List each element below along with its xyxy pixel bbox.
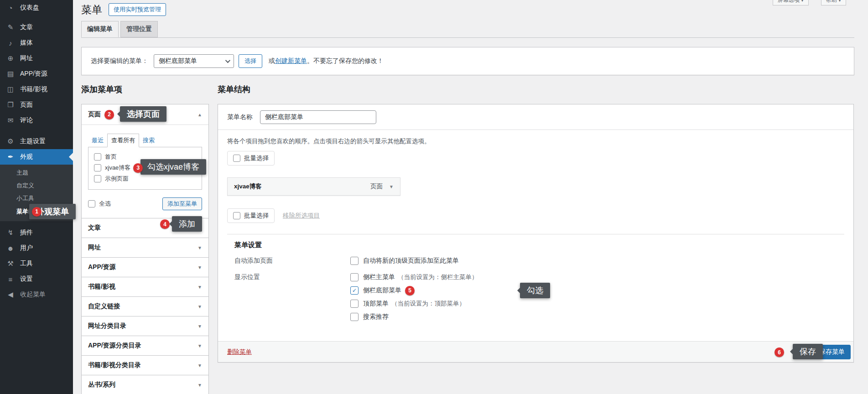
submenu-item-themes[interactable]: 主题	[0, 166, 73, 179]
sidebar-item-label: 主题设置	[20, 137, 46, 145]
checkbox-sidebar-bottom-menu[interactable]: ✓	[350, 286, 359, 295]
accordion-section-book-movie-categories[interactable]: 书籍/影视分类目录 ▼	[82, 355, 208, 375]
accordion-section-app-resource-categories[interactable]: APP/资源分类目录 ▼	[82, 336, 208, 355]
sidebar-item-posts[interactable]: ✎ 文章	[0, 20, 73, 35]
submenu-item-customize[interactable]: 自定义	[0, 179, 73, 192]
sidebar-separator	[0, 16, 73, 20]
screen-options-button[interactable]: 屏幕选项 ▾	[773, 0, 809, 5]
sidebar-item-urls[interactable]: ⊕ 网址	[0, 51, 73, 66]
pages-section-footer: 全选 添加至菜单	[88, 197, 202, 211]
accordion-section-url-categories[interactable]: 网址分类目录 ▼	[82, 316, 208, 336]
media-icon: ♪	[5, 39, 16, 47]
chevron-down-icon: ▼	[198, 363, 202, 368]
delete-menu-link[interactable]: 删除菜单	[227, 348, 252, 356]
auto-add-option: 自动将新的顶级页面添加至此菜单	[350, 256, 459, 266]
page-option-sample-page: 示例页面	[94, 173, 196, 184]
sidebar-item-appearance[interactable]: ✒ 外观	[0, 149, 73, 165]
annotation-badge-3: 3	[133, 163, 143, 173]
menu-name-input[interactable]	[260, 110, 376, 124]
sidebar-item-plugins[interactable]: ↯ 插件	[0, 225, 73, 240]
annotation-badge-4: 4	[160, 219, 170, 229]
checkbox-search-recommend[interactable]	[350, 313, 359, 321]
help-button[interactable]: 帮助 ▾	[821, 0, 846, 5]
tooltip-save: 保存	[793, 344, 823, 359]
collapse-arrow-icon: ◀	[5, 290, 16, 299]
submenu-item-menus[interactable]: 菜单 1 外观菜单	[0, 205, 73, 218]
add-menu-items-heading: 添加菜单项	[81, 84, 209, 98]
accordion-section-app-resources[interactable]: APP/资源 ▼	[82, 257, 208, 277]
remove-selected-link[interactable]: 移除所选项目	[283, 212, 320, 220]
menu-select-dropdown[interactable]: 侧栏底部菜单	[154, 54, 234, 68]
checkbox-home[interactable]	[94, 153, 101, 161]
menu-structure-column: 菜单结构 菜单名称 将各个项目拖到您喜欢的顺序。点击项目右边的箭头可显示其他配置…	[218, 84, 854, 363]
sidebar-item-theme-settings[interactable]: ⚙ 主题设置	[0, 134, 73, 149]
tab-edit-menus[interactable]: 编辑菜单	[81, 21, 119, 37]
tab-search[interactable]: 搜索	[139, 134, 158, 147]
create-new-menu-link[interactable]: 创建新菜单	[275, 57, 307, 64]
sidebar-item-comments[interactable]: ✉ 评论	[0, 113, 73, 128]
pages-quick-tabs: 最近 查看所有 搜索	[88, 134, 202, 147]
sidebar-item-label: 插件	[20, 228, 33, 237]
sidebar-item-books-movies[interactable]: ◫ 书籍/影视	[0, 82, 73, 97]
sidebar-item-pages[interactable]: ❐ 页面	[0, 97, 73, 113]
checkbox-sidebar-main-menu[interactable]	[350, 273, 359, 281]
location-option-sidebar-bottom: ✓ 侧栏底部菜单 5 勾选	[350, 285, 478, 296]
tab-manage-locations[interactable]: 管理位置	[120, 21, 158, 37]
menu-settings-section: 菜单设置 自动添加页面 自动将新的顶级页面添加至此菜单 显示	[227, 234, 844, 331]
select-menu-button[interactable]: 选择	[239, 54, 262, 68]
submenu-item-widgets[interactable]: 小工具	[0, 192, 73, 205]
sidebar-item-label: 网址	[20, 54, 33, 62]
chevron-up-icon: ▲	[198, 112, 202, 117]
checkbox-top-menu[interactable]	[350, 300, 359, 308]
sidebar-item-users[interactable]: ☻ 用户	[0, 240, 73, 256]
menu-select-bar: 选择要编辑的菜单： 侧栏底部菜单 选择 或创建新菜单。不要忘了保存您的修改！	[81, 47, 854, 75]
sidebar-item-tools[interactable]: ⚒ 工具	[0, 256, 73, 271]
page-option-xjvae-blog: xjvae博客 3 勾选xjvae博客	[94, 162, 196, 173]
accordion-section-series[interactable]: 丛书/系列 ▼	[82, 375, 208, 394]
admin-sidebar: ◔ 仪表盘 ✎ 文章 ♪ 媒体 ⊕ 网址 ▤ APP/资源 ◫ 书籍/影视 ❐ …	[0, 0, 73, 394]
sidebar-item-label: 用户	[20, 244, 33, 252]
tab-view-all[interactable]: 查看所有	[107, 134, 139, 147]
sidebar-item-label: 设置	[20, 275, 33, 283]
menu-select-label: 选择要编辑的菜单：	[91, 57, 148, 65]
sidebar-item-settings[interactable]: ≡ 设置	[0, 271, 73, 287]
select-all-row: 全选	[88, 198, 111, 209]
add-to-menu-button[interactable]: 添加至菜单	[162, 197, 202, 210]
accordion-section-urls[interactable]: 网址 ▼	[82, 238, 208, 257]
chevron-down-icon[interactable]: ▼	[389, 184, 394, 189]
sidebar-item-label: 仪表盘	[20, 4, 39, 12]
page-title: 菜单	[81, 3, 102, 17]
sidebar-separator	[0, 128, 73, 134]
checkbox-auto-add-pages[interactable]	[350, 257, 359, 265]
plug-icon: ↯	[5, 228, 16, 237]
checkbox-select-all[interactable]	[88, 200, 95, 207]
bulk-select-checkbox[interactable]	[233, 155, 240, 162]
sidebar-item-label: 页面	[20, 101, 33, 109]
sidebar-item-app-resources[interactable]: ▤ APP/资源	[0, 66, 73, 82]
sidebar-item-label: 文章	[20, 23, 33, 31]
tab-most-recent[interactable]: 最近	[88, 134, 107, 147]
sidebar-item-collapse-menu[interactable]: ◀ 收起菜单	[0, 287, 73, 302]
bulk-select-checkbox[interactable]	[233, 212, 240, 219]
book-icon: ◫	[5, 85, 16, 93]
sidebar-item-dashboard[interactable]: ◔ 仪表盘	[0, 0, 73, 16]
menu-structure-body: 将各个项目拖到您喜欢的顺序。点击项目右边的箭头可显示其他配置选项。 批量选择 x…	[218, 130, 853, 341]
chevron-down-icon: ▼	[198, 285, 202, 290]
accordion-section-pages[interactable]: 页面 2 选择页面 ▲	[82, 104, 208, 124]
sidebar-item-media[interactable]: ♪ 媒体	[0, 35, 73, 51]
accordion-section-books-movies[interactable]: 书籍/影视 ▼	[82, 277, 208, 296]
sidebar-item-label: APP/资源	[20, 70, 47, 78]
chevron-down-icon	[225, 58, 230, 63]
menu-item-xjvae-blog[interactable]: xjvae博客 页面 ▼	[227, 177, 400, 196]
or-create-text: 或创建新菜单。不要忘了保存您的修改！	[269, 57, 384, 65]
appearance-submenu: 主题 自定义 小工具 菜单 1 外观菜单	[0, 165, 73, 221]
sidebar-item-label: 外观	[20, 153, 33, 161]
checkbox-sample-page[interactable]	[94, 175, 101, 182]
globe-icon: ⊕	[5, 54, 16, 62]
menu-structure-panel: 菜单名称 将各个项目拖到您喜欢的顺序。点击项目右边的箭头可显示其他配置选项。 批…	[218, 104, 854, 363]
checkbox-xjvae-blog[interactable]	[94, 164, 101, 171]
settings-icon: ≡	[5, 275, 16, 283]
paintbrush-icon: ✒	[5, 153, 16, 161]
accordion-section-custom-links[interactable]: 自定义链接 ▼	[82, 296, 208, 316]
live-preview-button[interactable]: 使用实时预览管理	[109, 3, 166, 16]
